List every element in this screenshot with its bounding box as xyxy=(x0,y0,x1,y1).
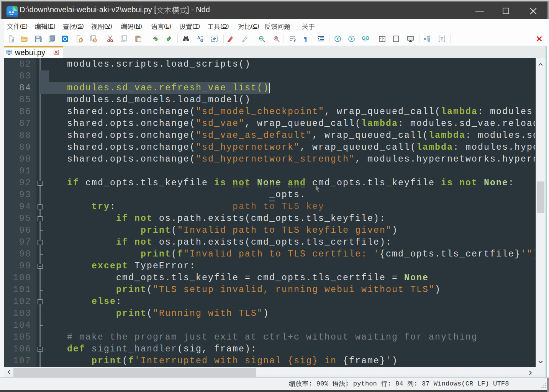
svg-text:GO: GO xyxy=(362,35,369,41)
svg-text:¶: ¶ xyxy=(304,36,307,42)
svg-text:A: A xyxy=(197,36,200,40)
